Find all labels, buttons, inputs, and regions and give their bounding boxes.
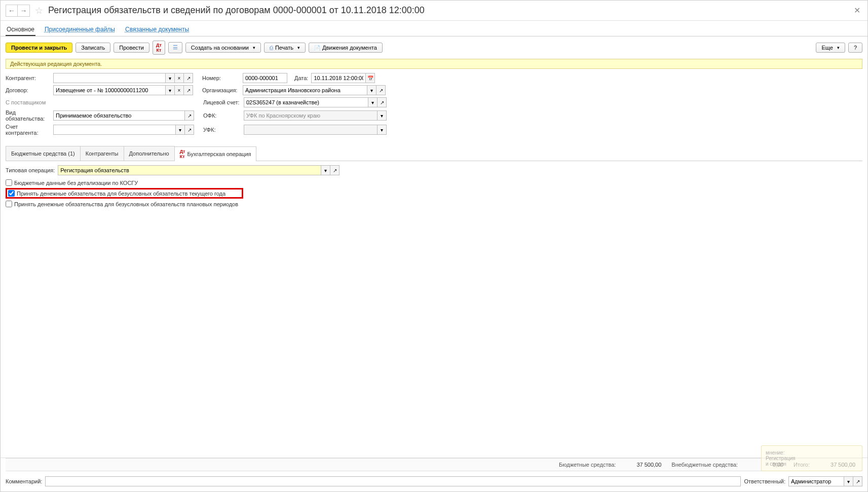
tab-additional[interactable]: Дополнительно (124, 146, 175, 161)
ls-dropdown-btn[interactable]: ▾ (368, 97, 378, 107)
org-open-btn[interactable]: ↗ (376, 85, 386, 95)
kontragent-open-btn[interactable]: ↗ (184, 73, 193, 83)
nomer-label: Номер: (202, 75, 240, 81)
dogovor-label: Договор: (6, 87, 50, 93)
print-button[interactable]: Печать (264, 43, 306, 53)
tab-budget-funds[interactable]: Бюджетные средства (1) (6, 146, 81, 161)
ls-input[interactable] (244, 97, 368, 107)
highlighted-checkbox-row: Принять денежные обязательства для безус… (6, 188, 243, 199)
budget-total-value: 37 500,00 (626, 462, 661, 468)
calendar-icon (367, 75, 373, 81)
dogovor-open-btn[interactable]: ↗ (184, 85, 193, 95)
tab-linked-docs[interactable]: Связанные документы (124, 24, 190, 36)
tab-main[interactable]: Основное (6, 24, 35, 36)
responsible-dropdown-btn[interactable]: ▾ (844, 476, 853, 486)
nomer-input[interactable] (243, 73, 287, 83)
responsible-label: Ответственный: (744, 478, 785, 484)
schet-label: Счет контрагента: (6, 124, 50, 136)
budget-total-label: Бюджетные средства: (559, 462, 616, 468)
schet-open-btn[interactable]: ↗ (185, 125, 194, 135)
calendar-btn[interactable] (366, 73, 375, 83)
status-message: Действующая редакция документа. (6, 59, 862, 69)
more-button[interactable]: Еще (816, 43, 845, 53)
save-button[interactable]: Записать (76, 43, 110, 53)
list-icon (172, 44, 179, 51)
checkbox-no-kosgu-label: Бюджетные данные без детализации по КОСГ… (14, 180, 138, 186)
ofk-input[interactable] (244, 110, 378, 121)
nonbudget-total-label: Внебюджетные средства: (671, 462, 738, 468)
dt-kt-button[interactable]: ДтКт (153, 41, 165, 55)
dogovor-clear-btn[interactable]: × (175, 85, 184, 95)
data-label: Дата: (294, 75, 308, 81)
checkbox-plan-periods[interactable] (6, 201, 12, 207)
dogovor-dropdown-btn[interactable]: ▾ (166, 85, 175, 95)
totals-bar: Бюджетные средства: 37 500,00 Внебюджетн… (6, 458, 862, 471)
responsible-input[interactable] (788, 476, 844, 486)
kontragent-label: Контрагент: (6, 75, 50, 81)
org-input[interactable] (243, 85, 367, 95)
typop-label: Типовая операция: (6, 167, 55, 173)
tab-kontragenty[interactable]: Контрагенты (80, 146, 124, 161)
ofk-dropdown-btn[interactable]: ▾ (378, 110, 387, 121)
typop-open-btn[interactable]: ↗ (330, 165, 339, 175)
list-button[interactable] (168, 42, 182, 53)
data-input[interactable] (311, 73, 366, 83)
post-button[interactable]: Провести (114, 43, 149, 53)
back-button[interactable]: ← (6, 5, 18, 17)
print-icon (270, 45, 273, 51)
kontragent-input[interactable] (53, 73, 166, 83)
dogovor-input[interactable] (53, 85, 166, 95)
comment-input[interactable] (45, 476, 741, 486)
dt-kt-icon: ДтКт (180, 149, 185, 159)
checkbox-no-kosgu[interactable] (6, 179, 12, 186)
form-area: Контрагент: ▾ × ↗ Номер: Дата: Договор: … (1, 69, 867, 142)
ls-open-btn[interactable]: ↗ (378, 97, 387, 107)
org-dropdown-btn[interactable]: ▾ (367, 85, 376, 95)
sub-tabs: Бюджетные средства (1) Контрагенты Допол… (6, 146, 862, 161)
typop-dropdown-btn[interactable]: ▾ (321, 165, 330, 175)
kontragent-dropdown-btn[interactable]: ▾ (166, 73, 175, 83)
tab-attached-files[interactable]: Присоединенные файлы (44, 24, 116, 36)
ufk-label: УФК: (203, 127, 241, 133)
schet-dropdown-btn[interactable]: ▾ (176, 125, 185, 135)
create-based-on-button[interactable]: Создать на основании (185, 43, 261, 53)
toolbar: Провести и закрыть Записать Провести ДтК… (1, 36, 867, 59)
notification-toast[interactable]: мнение: Регистрация и сведен (761, 445, 862, 471)
supplier-label: С поставщиком (6, 99, 50, 105)
checkbox-plan-periods-label: Принять денежные обязательства для безус… (14, 201, 238, 207)
page-title: Регистрация обязательств и сведений по д… (48, 5, 425, 16)
responsible-open-btn[interactable]: ↗ (853, 476, 862, 486)
ls-label: Лицевой счет: (203, 99, 241, 105)
kontragent-clear-btn[interactable]: × (175, 73, 184, 83)
typop-input[interactable] (58, 165, 321, 175)
vid-label: Вид обязательства: (6, 109, 50, 122)
titlebar: ← → ☆ Регистрация обязательств и сведени… (1, 1, 867, 21)
checkbox-current-year[interactable] (8, 190, 15, 197)
document-movements-button[interactable]: Движения документа (309, 43, 383, 53)
tab-accounting-operation[interactable]: ДтКтБухгалтерская операция (174, 146, 257, 161)
close-icon[interactable]: ✕ (852, 6, 862, 15)
org-label: Организация: (202, 87, 240, 93)
schet-input[interactable] (53, 125, 176, 135)
section-tabs: Основное Присоединенные файлы Связанные … (1, 21, 867, 36)
ofk-label: ОФК: (203, 112, 241, 119)
comment-label: Комментарий: (6, 478, 42, 484)
doc-icon (314, 45, 320, 51)
vid-open-btn[interactable]: ↗ (185, 110, 194, 121)
accounting-tab-content: Типовая операция: ▾ ↗ Бюджетные данные б… (1, 161, 867, 212)
help-button[interactable]: ? (848, 43, 862, 53)
ufk-dropdown-btn[interactable]: ▾ (378, 125, 387, 135)
post-and-close-button[interactable]: Провести и закрыть (6, 43, 72, 53)
checkbox-current-year-label: Принять денежные обязательства для безус… (17, 191, 241, 197)
favorite-star-icon[interactable]: ☆ (35, 5, 43, 16)
forward-button[interactable]: → (18, 5, 30, 17)
ufk-input[interactable] (244, 125, 378, 135)
vid-input[interactable] (53, 110, 185, 121)
